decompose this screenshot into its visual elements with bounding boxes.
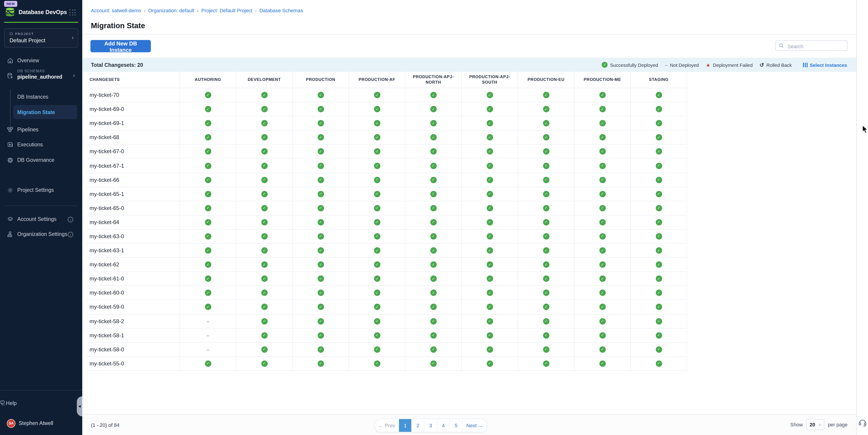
page-button-3[interactable]: 3: [424, 419, 437, 432]
success-check-icon: ✓: [599, 219, 606, 225]
info-icon[interactable]: i: [68, 232, 73, 237]
sidebar-item-organization-settings[interactable]: Organization Settings i: [0, 228, 82, 240]
changeset-name: my-ticket-61-0: [86, 272, 180, 285]
success-check-icon: ✓: [543, 247, 549, 254]
page-button-2[interactable]: 2: [411, 419, 424, 432]
status-cell: ✓: [180, 215, 236, 229]
not-deployed-dash-icon: –: [207, 318, 209, 324]
prev-page-button[interactable]: ← Prev: [375, 419, 399, 432]
success-check-icon: ✓: [655, 177, 662, 183]
status-cell: ✓: [518, 173, 575, 187]
success-check-icon: ✓: [205, 290, 211, 296]
changeset-row: my-ticket-58-0–✓✓✓✓✓✓✓✓: [86, 342, 687, 356]
sidebar-item-overview[interactable]: Overview: [0, 55, 82, 66]
status-cell: ✓: [293, 314, 349, 328]
status-cell: ✓: [180, 145, 236, 158]
add-new-db-instance-button[interactable]: Add New DB Instance: [90, 40, 151, 52]
chevron-down-icon: ∨: [818, 423, 821, 427]
status-cell: ✓: [293, 342, 349, 356]
success-check-icon: ✓: [543, 361, 549, 367]
status-cell: ✓: [236, 314, 293, 328]
user-menu[interactable]: SA Stephen Atwell: [0, 417, 82, 429]
next-page-button[interactable]: Next →: [462, 419, 487, 432]
status-cell: ✓: [462, 131, 518, 144]
status-cell: ✓: [180, 201, 236, 215]
sidebar-collapse-handle[interactable]: ◀: [77, 396, 82, 416]
sidebar-item-migration-state[interactable]: Migration State: [13, 105, 77, 119]
sidebar-item-db-schemas[interactable]: DB SCHEMAS pipeline_authored ›: [0, 67, 82, 86]
success-check-icon: ✓: [261, 148, 268, 155]
success-check-icon: ✓: [261, 162, 268, 169]
status-cell: ✓: [631, 357, 687, 370]
status-cell: ✓: [575, 357, 631, 370]
breadcrumb-link[interactable]: Database Schemas: [259, 8, 303, 13]
status-cell: ✓: [575, 286, 631, 300]
sidebar-item-help[interactable]: ? Help: [0, 397, 82, 409]
success-check-icon: ✓: [487, 261, 493, 268]
breadcrumb-link[interactable]: Project: Default Project: [201, 8, 252, 13]
success-check-icon: ✓: [317, 134, 324, 141]
project-selector[interactable]: ⬡PROJECT Default Project ›: [4, 28, 78, 48]
success-check-icon: ✓: [205, 276, 211, 282]
select-instances-link[interactable]: Select Instances: [803, 62, 847, 67]
changeset-name: my-ticket-66: [86, 173, 180, 187]
success-check-icon: ✓: [543, 92, 549, 98]
breadcrumb-link[interactable]: Organization: default: [148, 8, 194, 13]
success-check-icon: ✓: [430, 148, 436, 155]
governance-gear-icon: [7, 157, 13, 163]
sidebar-item-db-instances[interactable]: DB Instances: [13, 91, 77, 103]
status-cell: ✓: [180, 88, 236, 102]
page-button-4[interactable]: 4: [437, 419, 450, 432]
pager: ← Prev 12345 Next →: [374, 418, 487, 432]
brand-divider: [4, 22, 78, 23]
status-cell: ✓: [575, 201, 631, 215]
status-cell: ✓: [575, 88, 631, 102]
changeset-name: my-ticket-65-1: [86, 187, 180, 201]
status-cell: ✓: [405, 272, 462, 285]
status-cell: ✓: [293, 258, 349, 271]
breadcrumb-link[interactable]: Account: satwell-demo: [91, 8, 141, 13]
status-cell: ✓: [180, 159, 236, 173]
sidebar-item-project-settings[interactable]: Project Settings: [0, 184, 82, 196]
status-cell: ✓: [236, 258, 293, 271]
changeset-row: my-ticket-62✓✓✓✓✓✓✓✓✓: [86, 258, 687, 272]
columns-icon: [803, 62, 808, 67]
success-check-icon: ✓: [655, 191, 662, 197]
changeset-name: my-ticket-55-0: [86, 357, 180, 370]
status-cell: ✓: [575, 131, 631, 144]
success-check-icon: ✓: [599, 148, 606, 155]
success-check-icon: ✓: [430, 134, 436, 141]
sidebar-item-account-settings[interactable]: Account Settings i: [0, 213, 82, 225]
sidebar-item-executions[interactable]: Executions: [0, 138, 82, 151]
search-input[interactable]: [787, 41, 847, 51]
success-check-icon: ✓: [430, 120, 436, 126]
sidebar-item-db-governance[interactable]: DB Governance: [0, 154, 82, 166]
status-cell: ✓: [293, 357, 349, 370]
support-headset-icon[interactable]: [858, 418, 867, 429]
status-cell: ✓: [631, 187, 687, 201]
success-check-icon: ✓: [487, 361, 493, 367]
cube-icon: ⬡: [9, 32, 13, 36]
success-check-icon: ✓: [430, 205, 436, 211]
success-check-icon: ✓: [487, 148, 493, 155]
success-check-icon: ✓: [543, 205, 549, 211]
content-right-border: [856, 0, 857, 435]
page-button-5[interactable]: 5: [450, 419, 462, 432]
success-check-icon: ✓: [430, 261, 436, 268]
success-check-icon: ✓: [374, 134, 380, 141]
success-check-icon: ✓: [317, 148, 324, 155]
info-icon[interactable]: i: [68, 217, 73, 222]
status-cell: ✓: [575, 329, 631, 342]
success-check-icon: ✓: [317, 290, 324, 296]
status-cell: ✓: [236, 159, 293, 173]
status-cell: ✓: [462, 357, 518, 370]
success-check-icon: ✓: [317, 120, 324, 126]
page-size-select[interactable]: 20 ∨: [806, 419, 824, 430]
success-check-icon: ✓: [430, 219, 436, 225]
page-button-1[interactable]: 1: [399, 419, 411, 432]
apps-grid-icon[interactable]: [69, 9, 76, 16]
success-check-icon: ✓: [317, 304, 324, 310]
sidebar-item-pipelines[interactable]: Pipelines: [0, 124, 82, 135]
table-body: my-ticket-70✓✓✓✓✓✓✓✓✓my-ticket-69-0✓✓✓✓✓…: [86, 88, 687, 371]
success-check-icon: ✓: [317, 177, 324, 183]
